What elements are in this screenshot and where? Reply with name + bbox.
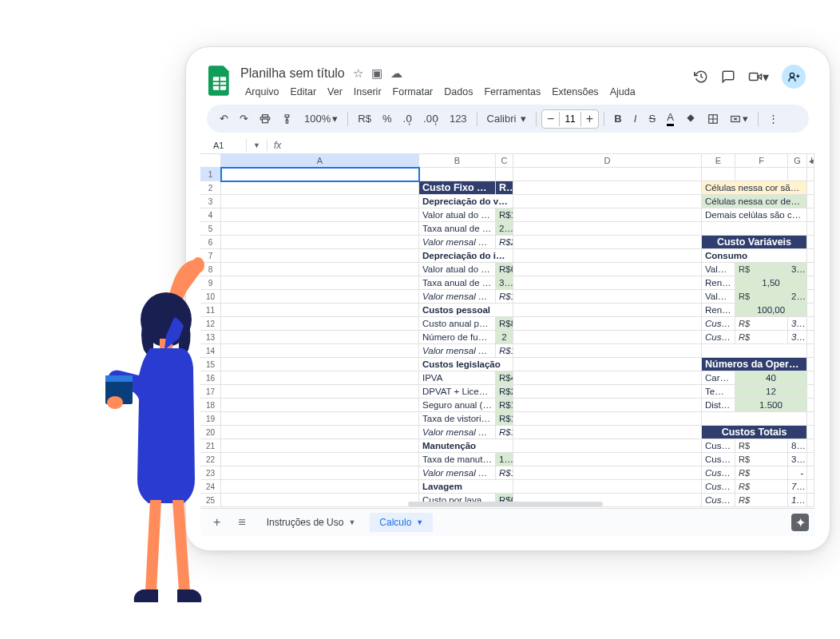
tab-instrucoes[interactable]: Instruções de Uso▼ bbox=[257, 513, 366, 532]
fill-color-button[interactable] bbox=[680, 110, 701, 128]
col-header-h[interactable]: ◂H bbox=[807, 154, 814, 168]
info-green[interactable]: Células nessa cor devem ser preenchidas bbox=[702, 195, 807, 208]
cell-a1[interactable] bbox=[221, 168, 419, 181]
font-size-increase[interactable]: + bbox=[581, 110, 598, 128]
col-header-b[interactable]: B bbox=[419, 154, 496, 168]
col-header-a[interactable]: A bbox=[221, 154, 419, 168]
col-header-f[interactable]: F bbox=[735, 154, 788, 168]
doc-title[interactable]: Planilha sem título bbox=[240, 66, 345, 81]
sheets-logo[interactable] bbox=[207, 65, 232, 97]
header-custos-totais[interactable]: Custos Totais bbox=[702, 426, 807, 439]
value-custo-fixo[interactable]: R$ 20.014,58 bbox=[496, 181, 513, 195]
currency-button[interactable]: R$ bbox=[353, 109, 376, 128]
row-header[interactable]: 1 bbox=[200, 168, 221, 181]
name-box-dropdown[interactable]: ▼ bbox=[253, 141, 260, 149]
section-depr-veiculo[interactable]: Depreciação do veículo bbox=[419, 195, 513, 208]
strike-button[interactable]: S bbox=[644, 109, 661, 128]
explore-button[interactable]: ✦ bbox=[791, 514, 809, 531]
spreadsheet-grid[interactable]: A B C D E F G ◂H 1 2 Custo Fixo Total R$… bbox=[200, 154, 815, 507]
menu-inserir[interactable]: Inserir bbox=[349, 84, 386, 100]
menu-editar[interactable]: Editar bbox=[285, 84, 321, 100]
redo-button[interactable]: ↷ bbox=[235, 109, 253, 128]
svg-rect-10 bbox=[105, 375, 133, 382]
svg-point-2 bbox=[790, 73, 794, 77]
row-header[interactable]: 4 bbox=[200, 208, 221, 222]
menu-formatar[interactable]: Formatar bbox=[388, 84, 438, 100]
more-button[interactable]: ⋮ bbox=[763, 109, 783, 128]
menu-dados[interactable]: Dados bbox=[439, 84, 477, 100]
name-box[interactable]: A1 bbox=[207, 139, 247, 152]
font-select[interactable]: Calibri ▾ bbox=[482, 109, 531, 128]
menu-extensoes[interactable]: Extensões bbox=[547, 84, 603, 100]
star-icon[interactable]: ☆ bbox=[353, 66, 363, 81]
fx-label: fx bbox=[274, 140, 281, 151]
move-icon[interactable]: ▣ bbox=[371, 66, 382, 81]
col-header-g[interactable]: G bbox=[788, 154, 807, 168]
row-header[interactable]: 5 bbox=[200, 222, 221, 236]
header-custo-var[interactable]: Custo Variáveis bbox=[702, 236, 807, 249]
illustration-person bbox=[104, 256, 240, 607]
row-header[interactable]: 2 bbox=[200, 181, 221, 195]
video-icon[interactable]: ▾ bbox=[748, 69, 769, 85]
header-custo-fixo[interactable]: Custo Fixo Total bbox=[419, 181, 496, 195]
zoom-select[interactable]: 100% ▾ bbox=[299, 109, 343, 128]
font-size-value[interactable]: 11 bbox=[559, 112, 580, 126]
print-button[interactable] bbox=[255, 110, 275, 128]
undo-button[interactable]: ↶ bbox=[215, 109, 233, 128]
select-all-corner[interactable] bbox=[200, 154, 221, 168]
tab-calculo[interactable]: Calculo▼ bbox=[370, 513, 433, 532]
svg-point-12 bbox=[192, 257, 204, 273]
percent-button[interactable]: % bbox=[378, 109, 397, 128]
toolbar: ↶ ↷ 100% ▾ R$ % .0̩ .00̩ 123 Calibri ▾ −… bbox=[207, 105, 809, 133]
col-header-d[interactable]: D bbox=[513, 154, 702, 168]
share-button[interactable] bbox=[782, 65, 806, 89]
svg-rect-1 bbox=[750, 73, 759, 81]
dec-decrease-button[interactable]: .0̩ bbox=[398, 109, 417, 128]
dec-increase-button[interactable]: .00̩ bbox=[418, 109, 443, 128]
menu-ver[interactable]: Ver bbox=[323, 84, 347, 100]
merge-button[interactable]: ▾ bbox=[725, 109, 753, 128]
header-num-op[interactable]: Números da Operação bbox=[702, 358, 807, 371]
italic-button[interactable]: I bbox=[628, 109, 643, 128]
row-header[interactable]: 3 bbox=[200, 195, 221, 208]
col-header-e[interactable]: E bbox=[702, 154, 735, 168]
menu-ferramentas[interactable]: Ferramentas bbox=[479, 84, 545, 100]
font-size-decrease[interactable]: − bbox=[542, 110, 559, 128]
menu-arquivo[interactable]: Arquivo bbox=[240, 84, 283, 100]
cloud-icon[interactable]: ☁ bbox=[390, 66, 402, 81]
col-header-c[interactable]: C bbox=[496, 154, 513, 168]
svg-rect-4 bbox=[263, 119, 268, 123]
more-formats-button[interactable]: 123 bbox=[445, 109, 472, 128]
menu-ajuda[interactable]: Ajuda bbox=[605, 84, 640, 100]
row-header[interactable]: 6 bbox=[200, 236, 221, 249]
paint-format-button[interactable] bbox=[277, 110, 298, 128]
bold-button[interactable]: B bbox=[609, 109, 626, 128]
text-color-button[interactable]: A bbox=[662, 108, 679, 129]
label-val-veiculo[interactable]: Valor atual do seu veículo bbox=[419, 208, 496, 222]
info-yellow[interactable]: Células nessa cor são pressupostos (pode… bbox=[702, 181, 807, 195]
horizontal-scrollbar[interactable] bbox=[408, 502, 743, 506]
info-calc[interactable]: Demais celúlas são cálculos bbox=[702, 208, 807, 222]
font-size-stepper[interactable]: − 11 + bbox=[541, 109, 599, 129]
history-icon[interactable] bbox=[694, 69, 708, 84]
svg-point-11 bbox=[107, 396, 123, 409]
borders-button[interactable] bbox=[703, 110, 723, 128]
menu-bar: Arquivo Editar Ver Inserir Formatar Dado… bbox=[240, 84, 686, 100]
comment-icon[interactable] bbox=[721, 69, 735, 84]
